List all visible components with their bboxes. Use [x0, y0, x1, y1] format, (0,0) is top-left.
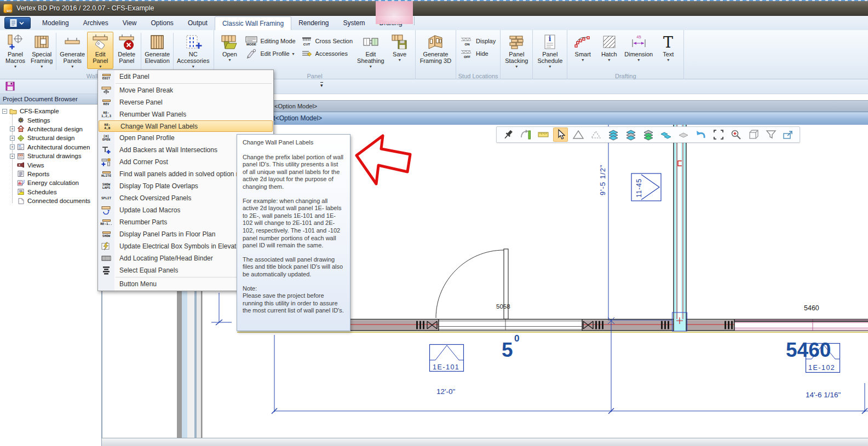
hatch-button[interactable]: Hatch▾	[596, 32, 622, 62]
tab-options[interactable]: Options	[144, 16, 181, 30]
cube-tool-button[interactable]	[746, 128, 761, 142]
expand-plus-icon[interactable]: +	[10, 154, 15, 159]
layers-cyan-tool-button[interactable]	[606, 128, 620, 142]
page-icon	[17, 198, 25, 205]
generate-framing-3d-button[interactable]: Generate Framing 3D	[418, 32, 453, 65]
cross-section-button[interactable]: CUTCross Section	[298, 36, 355, 47]
rotate-tool-button[interactable]	[518, 128, 533, 142]
button-label: Panel Stacking	[505, 51, 528, 64]
tree-item-structural-design[interactable]: +Structural design	[0, 134, 101, 142]
zoom-in-tool-button[interactable]	[728, 128, 743, 142]
panel-schedule-icon: i	[541, 33, 559, 50]
export-tool-button[interactable]	[781, 128, 796, 142]
filter-tool-button[interactable]	[763, 128, 778, 142]
menu-item-icon: EDIT	[98, 74, 114, 80]
bounds-tool-button[interactable]	[711, 128, 726, 142]
layers-green-tool-button[interactable]	[641, 128, 656, 142]
menu-item-edit-panel[interactable]: EDITEdit Panel	[98, 71, 273, 83]
flat-single-tool-button[interactable]	[676, 128, 691, 142]
tree-item-architectural-design[interactable]: +Architectural design	[0, 125, 101, 134]
display-button[interactable]: ONDisplay	[458, 36, 498, 47]
hide-button[interactable]: OFFHide	[458, 48, 498, 59]
hatch-icon	[600, 33, 618, 50]
generate-elevation-button[interactable]: Generate Elevation	[142, 32, 172, 65]
menu-item-change-wall-panel-labels[interactable]: RE- A,BChange Wall Panel Labels	[99, 120, 273, 132]
edit-sheathing-button[interactable]: Edit Sheathing▾	[355, 32, 387, 69]
tab-archives[interactable]: Archives	[76, 16, 116, 30]
menu-item-label: Display Top Plate Overlaps	[114, 182, 198, 190]
menu-item-icon: RE- 1,2,3	[98, 111, 114, 118]
expand-plus-icon[interactable]: +	[10, 126, 15, 131]
tree-item-connected-documents[interactable]: Connected documents	[0, 196, 101, 205]
layers-mixed-tool-button[interactable]	[623, 128, 638, 142]
dimension-label-right: 14'-6 1/16"	[806, 391, 841, 399]
panel-tag-1[interactable]: 1E-101	[429, 345, 464, 372]
window-tag-label: 11-45	[635, 178, 643, 198]
save-icon[interactable]	[5, 82, 15, 93]
folder-icon	[9, 108, 18, 115]
tree-item-cfs-example[interactable]: −CFS-Example	[0, 107, 101, 115]
menu-item-icon: SHOW	[98, 231, 114, 238]
door-size-label: 5058	[496, 303, 510, 310]
menu-icon-text: SHOW LAPS	[102, 183, 110, 189]
delete-panel-button[interactable]: Delete Panel	[113, 32, 140, 65]
save-button[interactable]: Save▾	[387, 32, 413, 62]
tree-item-architectural-documen[interactable]: +Architectural documen	[0, 143, 101, 152]
horizontal-scrollbar[interactable]	[102, 438, 868, 446]
panel-glyph	[102, 171, 111, 173]
button-divider	[173, 33, 174, 70]
panel-stacking-button[interactable]: Panel Stacking▾	[503, 32, 530, 69]
smart-button[interactable]: Smart▾	[570, 32, 596, 62]
menu-item-renumber-wall-panels[interactable]: RE- 1,2,3Renumber Wall Panels	[98, 108, 273, 120]
ruler-tool-button[interactable]	[536, 128, 550, 142]
menu-item-label: Find wall panels added in solved option …	[114, 170, 245, 178]
tab-system[interactable]: System	[336, 16, 372, 30]
text-button[interactable]: TText▾	[655, 32, 681, 62]
cyan-wall[interactable]	[672, 125, 687, 331]
expand-plus-icon[interactable]: +	[10, 136, 15, 141]
flat-layers-tool-button[interactable]	[658, 128, 673, 142]
nc-accessories-button[interactable]: NC Accessories▾	[175, 32, 211, 69]
door-mark: 5	[502, 339, 513, 361]
pin-tool-button[interactable]	[501, 128, 515, 142]
accessories-button[interactable]: Accessories	[298, 48, 355, 59]
tab-view[interactable]: View	[116, 16, 144, 30]
editing-mode-button[interactable]: MODEEditing Mode	[243, 36, 297, 47]
tree-item-reports[interactable]: Reports	[0, 170, 101, 178]
undo-tool-button[interactable]	[693, 128, 708, 142]
panel-schedule-button[interactable]: iPanel Schedule▾	[535, 32, 565, 69]
menu-item-move-panel-break[interactable]: Move Panel Break	[98, 84, 273, 96]
tree-item-schedules[interactable]: Schedules	[0, 188, 101, 196]
triangle-dashed-tool-button[interactable]	[588, 128, 603, 142]
expand-plus-icon[interactable]: +	[10, 144, 15, 149]
button-label: Dimension	[624, 51, 653, 57]
tree-item-structural-drawings[interactable]: +Structural drawings	[0, 152, 101, 160]
panel-macros-button[interactable]: Panel Macros▾	[2, 32, 28, 69]
group-label: Stud Locations	[456, 73, 500, 79]
edit-profile-button[interactable]: Edit Profile▾	[243, 48, 297, 59]
tree-item-views[interactable]: Views	[0, 160, 101, 169]
cursor-tool-button[interactable]	[553, 128, 568, 142]
dimension-button[interactable]: 45Dimension▾	[622, 32, 655, 62]
tab-classic-wall-framing[interactable]: Classic Wall Framing	[215, 16, 291, 30]
generate-panels-button[interactable]: Generate Panels▾	[58, 32, 87, 69]
tree-item-energy-calculation[interactable]: 2Energy calculation	[0, 178, 101, 187]
application-menu-button[interactable]	[4, 17, 31, 29]
svg-text:OFF: OFF	[464, 55, 470, 59]
doc-arch-icon	[17, 143, 25, 150]
open-button[interactable]: Open▾	[216, 32, 243, 62]
expand-minus-icon[interactable]: −	[2, 109, 7, 114]
menu-item-reverse-panel[interactable]: REVReverse Panel	[98, 96, 273, 108]
tree-item-settings[interactable]: Settings	[0, 115, 101, 124]
menu-item-icon: RE- A,B	[99, 123, 116, 130]
panel-stacking-icon	[508, 33, 525, 50]
triangle-tool-button[interactable]	[571, 128, 585, 142]
special-framing-button[interactable]: Special Framing▾	[28, 32, 55, 69]
tab-modeling[interactable]: Modeling	[35, 16, 76, 30]
display-on-icon: ON	[461, 36, 474, 46]
left-wall[interactable]	[177, 289, 203, 438]
tab-output[interactable]: Output	[181, 16, 215, 30]
tab-rendering[interactable]: Rendering	[291, 16, 336, 30]
toolbar-overflow-icon[interactable]: ▾	[320, 82, 323, 88]
edit-panel-button[interactable]: Edit Panel▾	[87, 32, 113, 69]
